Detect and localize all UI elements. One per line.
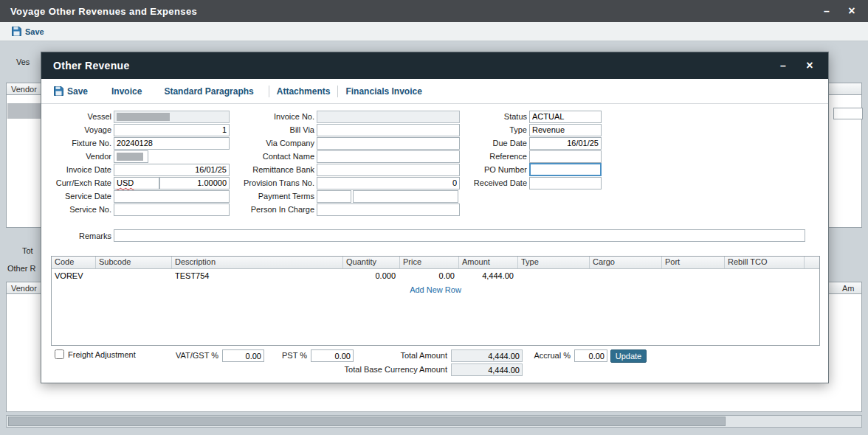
invoice-date-field[interactable] xyxy=(114,164,230,176)
total-base-currency-label: Total Base Currency Amount xyxy=(333,363,447,376)
exchange-rate-field[interactable] xyxy=(159,177,230,189)
window-minimize-icon[interactable]: – xyxy=(816,0,837,22)
service-date-label: Service Date xyxy=(44,192,111,201)
window-close-icon[interactable]: × xyxy=(841,0,862,22)
invoice-button[interactable]: Invoice xyxy=(111,86,142,97)
vat-gst-label: VAT/GST % xyxy=(167,349,218,362)
background-other-revenue-label: Other R xyxy=(7,264,36,273)
window-titlebar: Voyage Other Revenues and Expenses – × xyxy=(0,0,868,22)
po-number-field[interactable] xyxy=(529,163,602,176)
reference-field[interactable] xyxy=(529,150,602,163)
remarks-label: Remarks xyxy=(44,232,111,240)
dialog-save-label: Save xyxy=(67,86,88,97)
currency-value: USD xyxy=(117,178,134,187)
fixture-no-field[interactable] xyxy=(114,137,230,150)
payment-terms-description-field[interactable] xyxy=(353,190,458,203)
invoice-no-field xyxy=(317,111,460,123)
dialog-titlebar: Other Revenue – × xyxy=(41,52,828,79)
service-no-label: Service No. xyxy=(44,205,111,214)
save-icon xyxy=(12,27,21,36)
other-revenue-dialog: Other Revenue – × Save Invoice Standard … xyxy=(41,52,829,383)
type-label: Type xyxy=(461,125,527,134)
vessel-field xyxy=(114,111,230,123)
status-field[interactable] xyxy=(529,111,602,123)
received-date-field[interactable] xyxy=(529,177,602,189)
dialog-toolbar: Save Invoice Standard Paragraphs Attachm… xyxy=(41,79,828,104)
column-header-type[interactable]: Type xyxy=(518,257,590,268)
contact-name-field[interactable] xyxy=(317,150,460,163)
voyage-label: Voyage xyxy=(44,125,111,134)
column-header-subcode[interactable]: Subcode xyxy=(96,257,172,268)
accrual-field[interactable] xyxy=(574,349,607,362)
freight-adjustment-control[interactable]: Freight Adjustment xyxy=(55,349,136,359)
table-row[interactable]: VOREV TEST754 0.000 0.00 4,444.00 xyxy=(52,269,819,282)
dialog-save-button[interactable]: Save xyxy=(54,86,88,97)
vessel-label: Vessel xyxy=(44,112,111,121)
service-no-field[interactable] xyxy=(114,203,230,216)
update-button[interactable]: Update xyxy=(610,349,647,363)
contact-name-label: Contact Name xyxy=(233,152,314,161)
dialog-close-icon[interactable]: × xyxy=(800,52,819,79)
via-company-field[interactable] xyxy=(317,137,460,150)
provision-trans-no-label: Provision Trans No. xyxy=(233,178,314,187)
horizontal-scrollbar-thumb[interactable] xyxy=(8,417,726,426)
background-bottom-grid-amount-column: Am xyxy=(842,284,855,293)
main-save-button[interactable]: Save xyxy=(12,27,44,36)
remittance-bank-field[interactable] xyxy=(317,164,460,176)
bill-via-field[interactable] xyxy=(317,124,460,136)
remarks-field[interactable] xyxy=(114,229,805,242)
remittance-bank-label: Remittance Bank xyxy=(233,165,314,174)
pst-field[interactable] xyxy=(311,349,354,362)
column-header-code[interactable]: Code xyxy=(52,257,96,268)
type-field[interactable] xyxy=(529,124,602,136)
curr-exch-rate-label: Curr/Exch Rate xyxy=(44,178,111,187)
background-top-grid-vendor-column: Vendor xyxy=(11,85,37,94)
line-items-grid: Code Subcode Description Quantity Price … xyxy=(51,256,820,346)
freight-adjustment-checkbox[interactable] xyxy=(55,349,64,359)
horizontal-scrollbar[interactable] xyxy=(6,415,862,428)
standard-paragraphs-button[interactable]: Standard Paragraphs xyxy=(164,86,253,97)
invoice-no-label: Invoice No. xyxy=(233,112,314,121)
via-company-label: Via Company xyxy=(233,139,314,147)
reference-label: Reference xyxy=(461,152,527,161)
cell-description: TEST754 xyxy=(172,271,343,280)
vendor-field[interactable] xyxy=(114,150,148,163)
bill-via-label: Bill Via xyxy=(233,125,314,134)
due-date-label: Due Date xyxy=(461,139,527,147)
vendor-label: Vendor xyxy=(44,152,111,161)
payment-terms-code-field[interactable] xyxy=(317,190,351,203)
freight-adjustment-label: Freight Adjustment xyxy=(68,350,136,359)
person-in-charge-label: Person In Charge xyxy=(233,205,314,214)
column-header-port[interactable]: Port xyxy=(662,257,725,268)
form-column-right: Status Type Due Date Reference PO Number… xyxy=(461,110,602,189)
background-grid-cell-field[interactable] xyxy=(833,108,863,119)
save-icon xyxy=(54,86,63,96)
vat-gst-field[interactable] xyxy=(222,349,264,362)
grid-header-gutter xyxy=(805,257,819,268)
pst-label: PST % xyxy=(272,349,307,362)
invoice-date-label: Invoice Date xyxy=(44,165,111,174)
column-header-cargo[interactable]: Cargo xyxy=(590,257,662,268)
main-save-label: Save xyxy=(25,27,44,36)
window-title: Voyage Other Revenues and Expenses xyxy=(10,6,197,17)
form-column-middle: Invoice No. Bill Via Via Company Contact… xyxy=(233,110,460,216)
service-date-field[interactable] xyxy=(114,190,230,203)
background-vessel-label: Ves xyxy=(16,58,30,66)
column-header-amount[interactable]: Amount xyxy=(459,257,518,268)
column-header-quantity[interactable]: Quantity xyxy=(343,257,400,268)
person-in-charge-field[interactable] xyxy=(317,203,460,216)
total-base-currency-field xyxy=(451,363,523,376)
due-date-field[interactable] xyxy=(529,137,602,150)
add-new-row-link[interactable]: Add New Row xyxy=(52,285,819,294)
dialog-minimize-icon[interactable]: – xyxy=(774,52,793,79)
grid-header-row: Code Subcode Description Quantity Price … xyxy=(52,257,819,269)
voyage-field[interactable] xyxy=(114,124,230,136)
financials-invoice-button[interactable]: Financials Invoice xyxy=(345,86,421,97)
provision-trans-no-field[interactable] xyxy=(317,177,460,189)
column-header-description[interactable]: Description xyxy=(172,257,343,268)
attachments-button[interactable]: Attachments xyxy=(277,86,331,97)
column-header-rebill-tco[interactable]: Rebill TCO xyxy=(725,257,805,268)
redacted-vessel-text xyxy=(117,113,170,121)
currency-field[interactable]: USD xyxy=(114,177,159,189)
column-header-price[interactable]: Price xyxy=(400,257,459,268)
